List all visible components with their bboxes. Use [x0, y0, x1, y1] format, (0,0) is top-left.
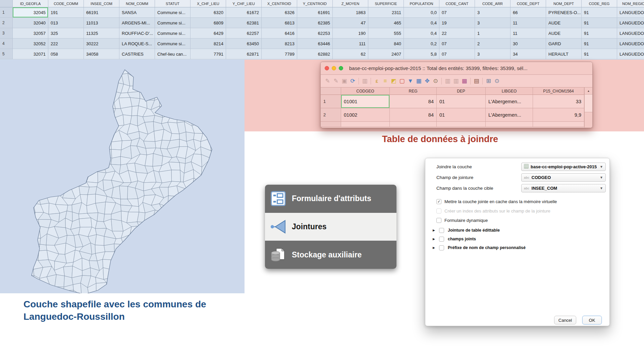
cell-code-arr[interactable]: 3	[475, 7, 511, 18]
invert-selection-icon[interactable]: ◩	[389, 77, 398, 85]
deselect-all-icon[interactable]: ▢	[398, 77, 406, 85]
cell-insee-com[interactable]: 34058	[84, 49, 119, 59]
cell-superficie[interactable]: 465	[368, 18, 404, 28]
cell-y-centroid[interactable]: 63446	[297, 39, 333, 49]
cell-insee-com[interactable]: 66191	[84, 7, 119, 18]
cell-code-cant[interactable]: 07	[439, 7, 475, 18]
expander-arrow-icon[interactable]: ▶	[433, 229, 437, 232]
column-header-y-centroid[interactable]: Y_CENTROID	[297, 0, 333, 7]
cell-id-geofla[interactable]: 32052	[13, 39, 48, 49]
column-header-codgeo[interactable]: CODGEO	[341, 87, 390, 95]
column-header-population[interactable]: POPULATION	[404, 0, 439, 7]
cell-code-cant[interactable]: 07	[439, 49, 475, 59]
cell-insee-com[interactable]: 30222	[84, 39, 119, 49]
cell-nom-dept[interactable]: PYRENEES-O...	[546, 7, 582, 18]
row-number[interactable]: 4	[0, 39, 13, 49]
checkbox[interactable]	[439, 245, 444, 250]
cell-p15-chom1564[interactable]: 33	[533, 95, 584, 108]
cell-code-arr[interactable]: 3	[475, 18, 511, 28]
cell-nom-region[interactable]: LANGUEDOC...	[617, 7, 644, 18]
cell-code-reg[interactable]: 91	[582, 49, 617, 59]
paste-features-icon[interactable]: ▥	[361, 77, 369, 85]
expander-row-champs-joints[interactable]: ▶champs joints	[433, 235, 609, 243]
expander-arrow-icon[interactable]: ▶	[433, 237, 437, 241]
conditional-formatting-icon[interactable]: ▩	[460, 77, 469, 85]
minimize-button[interactable]	[332, 66, 336, 70]
column-header-code-comm[interactable]: CODE_COMM	[48, 0, 84, 7]
cell-statut[interactable]: Commune si...	[155, 7, 191, 18]
cell-x-centroid[interactable]: 8213	[262, 39, 297, 49]
move-selection-top-icon[interactable]: ▦	[415, 77, 423, 85]
cell-nom-comm[interactable]: LA ROQUE-S...	[119, 39, 155, 49]
checkbox[interactable]	[439, 237, 444, 242]
select-all-icon[interactable]: ≡	[381, 77, 389, 85]
select-by-expression-icon[interactable]: ε	[373, 77, 381, 85]
cell-code-cant[interactable]: 22	[439, 28, 475, 39]
column-header-insee-com[interactable]: INSEE_COM	[84, 0, 119, 7]
cell-code-reg[interactable]: 91	[582, 28, 617, 39]
cell-x-centroid[interactable]: 6326	[262, 7, 297, 18]
column-header-x-centroid[interactable]: X_CENTROID	[262, 0, 297, 7]
cell-reg[interactable]: 84	[390, 95, 437, 108]
cell-code-comm[interactable]: 191	[48, 7, 84, 18]
cell-y-centroid[interactable]: 61691	[297, 7, 333, 18]
cell-superficie[interactable]: 2311	[368, 7, 404, 18]
cell-id-geofla[interactable]: 32057	[13, 28, 48, 39]
cell-population[interactable]: 0,4	[404, 18, 439, 28]
row-number[interactable]: 2	[0, 18, 13, 28]
search-widget-icon[interactable]: ⊙	[493, 77, 501, 85]
dropdown-joindre-la-couche[interactable]: base-cc-emploi-pop-active-2015▼	[521, 163, 606, 171]
checkbox-row-cr-er-un-index-des-attributs-sur-le-champ-de-la-jointure[interactable]: Créer un index des attributs sur le cham…	[436, 206, 609, 216]
cell-y-chf-lieu[interactable]: 61672	[226, 7, 262, 18]
cell-libgeo[interactable]: L'Abergemen...	[486, 108, 533, 122]
column-header-libgeo[interactable]: LIBGEO	[486, 87, 533, 95]
cell-statut[interactable]: Commune si...	[155, 39, 191, 49]
cell-y-chf-lieu[interactable]: 62871	[226, 49, 262, 59]
pan-to-selection-icon[interactable]: ✥	[423, 77, 431, 85]
multiedit-icon[interactable]: ✎	[332, 77, 340, 85]
menu-item-stockage-auxiliaire[interactable]: Stockage auxiliaire	[265, 241, 396, 269]
cell-dep[interactable]: 01	[437, 108, 486, 122]
column-header-dep[interactable]: DEP	[437, 87, 486, 95]
cell-code-arr[interactable]: 3	[475, 49, 511, 59]
delete-column-icon[interactable]: ▥	[452, 77, 460, 85]
checkbox-row-mettre-la-couche-jointe-en-cache-dans-la-m-moire-virtuelle[interactable]: ✓Mettre la couche jointe en cache dans l…	[436, 197, 609, 206]
cell-code-comm[interactable]: 325	[48, 28, 84, 39]
checkbox[interactable]	[436, 218, 441, 223]
cell-code-arr[interactable]: 1	[475, 28, 511, 39]
row-number[interactable]: 5	[0, 49, 13, 59]
column-header-nom-comm[interactable]: NOM_COMM	[119, 0, 155, 7]
save-edits-icon[interactable]: ▣	[340, 77, 348, 85]
cell-insee-com[interactable]: 11325	[84, 28, 119, 39]
cell-z-moyen[interactable]: 1863	[333, 7, 368, 18]
expander-arrow-icon[interactable]: ▶	[433, 246, 437, 249]
cell-nom-region[interactable]: LANGUEDOC...	[617, 49, 644, 59]
menu-item-jointures[interactable]: Jointures	[265, 213, 396, 241]
cell-reg[interactable]: 84	[390, 108, 437, 122]
cell-id-geofla[interactable]: 32045	[13, 7, 48, 18]
field-calculator-icon[interactable]: ⊞	[484, 77, 493, 85]
cell-nom-dept[interactable]: HERAULT	[546, 49, 582, 59]
column-header-superficie[interactable]: SUPERFICIE	[368, 0, 404, 7]
cell-y-centroid[interactable]: 62385	[297, 18, 333, 28]
cell-id-geofla[interactable]: 32040	[13, 18, 48, 28]
cell-x-centroid[interactable]: 6813	[262, 18, 297, 28]
organize-columns-icon[interactable]: ▥	[443, 77, 452, 85]
cell-x-centroid[interactable]: 6416	[262, 28, 297, 39]
column-header-p15-chom1564[interactable]: P15_CHOM1564	[533, 87, 584, 95]
cell-z-moyen[interactable]: 47	[333, 18, 368, 28]
cell-code-comm[interactable]: 222	[48, 39, 84, 49]
close-button[interactable]	[325, 66, 329, 70]
filter-icon[interactable]: ▼	[406, 77, 415, 85]
cell-y-centroid[interactable]: 62253	[297, 28, 333, 39]
cell-insee-com[interactable]: 11013	[84, 18, 119, 28]
ok-button[interactable]: OK	[582, 316, 602, 324]
cell-code-comm[interactable]: 013	[48, 18, 84, 28]
cell-nom-dept[interactable]: AUDE	[546, 18, 582, 28]
cell-nom-comm[interactable]: SANSA	[119, 7, 155, 18]
cell-population[interactable]: 5,8	[404, 49, 439, 59]
cell-code-dept[interactable]: 11	[511, 18, 546, 28]
zoom-window-button[interactable]	[339, 66, 343, 70]
cell-superficie[interactable]: 840	[368, 39, 404, 49]
cell-x-chf-lieu[interactable]: 6429	[191, 28, 226, 39]
